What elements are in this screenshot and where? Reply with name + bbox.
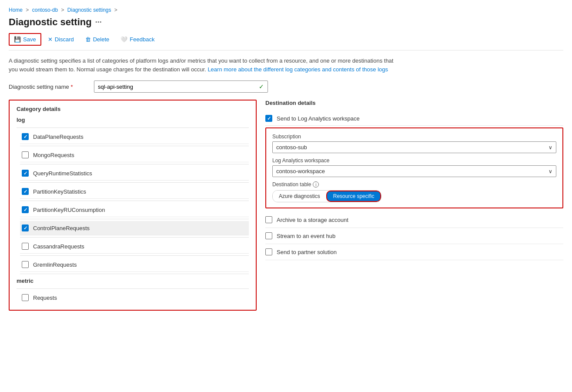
description-text: A diagnostic setting specifies a list of…: [9, 57, 400, 74]
discard-button[interactable]: ✕ Discard: [43, 34, 79, 45]
log-item-label-ControlPlaneRequests: ControlPlaneRequests: [33, 225, 90, 231]
event-hub-label: Stream to an event hub: [277, 233, 335, 239]
archive-checkbox[interactable]: [265, 216, 272, 223]
delete-icon: 🗑: [85, 36, 91, 43]
destination-table-info-icon[interactable]: i: [313, 181, 319, 188]
archive-label: Archive to a storage account: [277, 217, 348, 223]
log-item: QueryRuntimeStatistics: [20, 166, 249, 181]
setting-name-field[interactable]: [98, 84, 259, 90]
breadcrumb-home[interactable]: Home: [9, 7, 23, 13]
event-hub-checkbox[interactable]: [265, 232, 272, 239]
log-item-label-PartitionKeyStatistics: PartitionKeyStatistics: [33, 188, 86, 195]
log-item-checkbox-CassandraRequests[interactable]: [22, 243, 29, 250]
metric-item-checkbox-Requests[interactable]: [22, 294, 29, 301]
log-item: DataPlaneRequests: [20, 130, 249, 144]
log-item-label-QueryRuntimeStatistics: QueryRuntimeStatistics: [33, 170, 92, 177]
log-item-label-MongoRequests: MongoRequests: [33, 152, 74, 158]
log-analytics-checkbox[interactable]: [265, 115, 272, 122]
azure-diagnostics-toggle[interactable]: Azure diagnostics: [273, 191, 326, 202]
workspace-group: Log Analytics workspace contoso-workspac…: [272, 157, 556, 177]
metric-items-list: Requests: [20, 291, 249, 305]
partner-option: Send to partner solution: [265, 244, 563, 260]
log-item-label-GremlinRequests: GremlinRequests: [33, 261, 77, 268]
log-item: ControlPlaneRequests: [20, 221, 249, 235]
validation-check-icon: ✓: [259, 83, 264, 90]
log-item-checkbox-ControlPlaneRequests[interactable]: [22, 224, 29, 231]
setting-name-input-wrapper: ✓: [94, 80, 268, 93]
delete-button[interactable]: 🗑 Delete: [80, 34, 114, 45]
log-item-label-DataPlaneRequests: DataPlaneRequests: [33, 134, 84, 140]
category-panel: Category details log DataPlaneRequestsMo…: [9, 100, 257, 311]
log-item-checkbox-PartitionKeyRUConsumption[interactable]: [22, 206, 29, 213]
main-content: Category details log DataPlaneRequestsMo…: [9, 100, 563, 311]
log-analytics-option: Send to Log Analytics workspace: [265, 111, 563, 126]
event-hub-option: Stream to an event hub: [265, 228, 563, 244]
log-analytics-label: Send to Log Analytics workspace: [277, 115, 360, 122]
log-items-list: DataPlaneRequestsMongoRequestsQueryRunti…: [20, 130, 249, 274]
page-options-button[interactable]: ···: [95, 18, 102, 27]
metric-section: metric Requests: [17, 278, 249, 305]
log-item-checkbox-GremlinRequests[interactable]: [22, 261, 29, 268]
workspace-chevron-icon: ∨: [549, 168, 552, 174]
log-item: CassandraRequests: [20, 239, 249, 254]
destination-table-toggle: Azure diagnostics Resource specific: [272, 190, 381, 202]
feedback-button[interactable]: 🤍 Feedback: [116, 34, 159, 45]
log-item: GremlinRequests: [20, 258, 249, 272]
learn-more-link[interactable]: Learn more about the different log categ…: [207, 66, 388, 73]
breadcrumb: Home > contoso-db > Diagnostic settings …: [9, 7, 563, 13]
log-item-label-PartitionKeyRUConsumption: PartitionKeyRUConsumption: [33, 207, 105, 213]
save-icon: 💾: [14, 36, 21, 43]
discard-icon: ✕: [48, 36, 53, 43]
subscription-select[interactable]: contoso-sub ∨: [272, 141, 556, 153]
log-item-checkbox-PartitionKeyStatistics[interactable]: [22, 188, 29, 195]
log-analytics-section: Subscription contoso-sub ∨ Log Analytics…: [265, 127, 563, 208]
destination-panel-title: Destination details: [265, 100, 563, 106]
workspace-label: Log Analytics workspace: [272, 157, 556, 164]
workspace-value: contoso-workspace: [276, 168, 549, 174]
partner-label: Send to partner solution: [277, 249, 337, 255]
destination-panel: Destination details Send to Log Analytic…: [265, 100, 563, 311]
log-item: MongoRequests: [20, 148, 249, 162]
metric-item: Requests: [20, 291, 249, 305]
feedback-icon: 🤍: [120, 36, 127, 43]
subscription-chevron-icon: ∨: [549, 144, 552, 151]
log-item-checkbox-MongoRequests[interactable]: [22, 151, 29, 158]
partner-checkbox[interactable]: [265, 248, 272, 255]
log-item-checkbox-DataPlaneRequests[interactable]: [22, 133, 29, 140]
log-item: PartitionKeyRUConsumption: [20, 203, 249, 217]
archive-option: Archive to a storage account: [265, 212, 563, 228]
metric-section-label: metric: [17, 278, 249, 286]
toolbar: 💾 Save ✕ Discard 🗑 Delete 🤍 Feedback: [9, 33, 563, 50]
resource-specific-toggle[interactable]: Resource specific: [326, 191, 381, 202]
destination-table-label: Destination table i: [272, 181, 556, 188]
setting-name-label: Diagnostic setting name *: [9, 84, 87, 90]
log-section-label: log: [17, 117, 249, 125]
subscription-group: Subscription contoso-sub ∨: [272, 134, 556, 153]
log-item: PartitionKeyStatistics: [20, 184, 249, 199]
subscription-label: Subscription: [272, 134, 556, 140]
category-panel-title: Category details: [17, 106, 249, 112]
save-button[interactable]: 💾 Save: [9, 33, 41, 46]
destination-table-section: Destination table i Azure diagnostics Re…: [272, 181, 556, 202]
breadcrumb-section[interactable]: Diagnostic settings: [67, 7, 111, 13]
breadcrumb-db[interactable]: contoso-db: [32, 7, 58, 13]
log-item-label-CassandraRequests: CassandraRequests: [33, 243, 84, 250]
log-item-checkbox-QueryRuntimeStatistics[interactable]: [22, 170, 29, 177]
subscription-value: contoso-sub: [276, 144, 549, 151]
workspace-select[interactable]: contoso-workspace ∨: [272, 165, 556, 177]
page-title: Diagnostic setting ···: [9, 17, 563, 28]
setting-name-row: Diagnostic setting name * ✓: [9, 80, 563, 93]
metric-item-label-Requests: Requests: [33, 295, 57, 301]
